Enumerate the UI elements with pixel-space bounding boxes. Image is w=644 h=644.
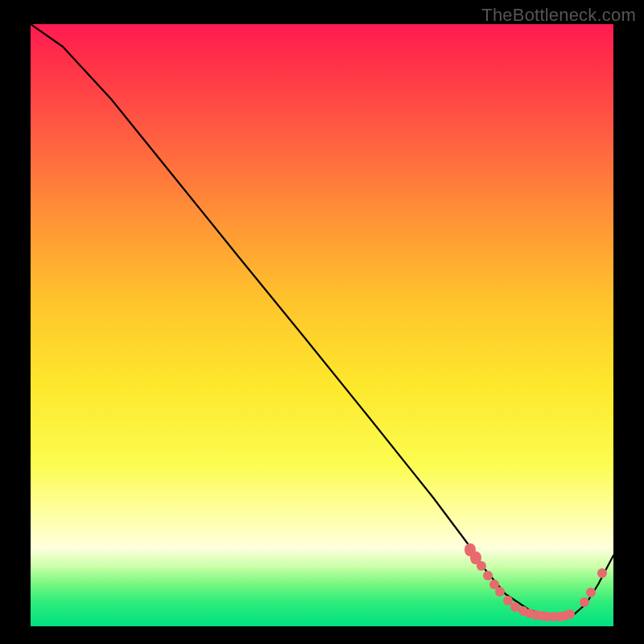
watermark-text: TheBottleneck.com xyxy=(481,5,636,26)
plot-area xyxy=(31,24,613,626)
marker-dot xyxy=(477,561,486,571)
curve-svg xyxy=(31,24,613,626)
marker-dot xyxy=(580,597,589,607)
marker-dot xyxy=(586,588,596,597)
marker-dot xyxy=(483,571,493,580)
bottleneck-curve xyxy=(31,24,613,617)
marker-dot xyxy=(565,609,575,619)
marker-dot xyxy=(597,568,607,578)
marker-dot xyxy=(495,587,505,597)
